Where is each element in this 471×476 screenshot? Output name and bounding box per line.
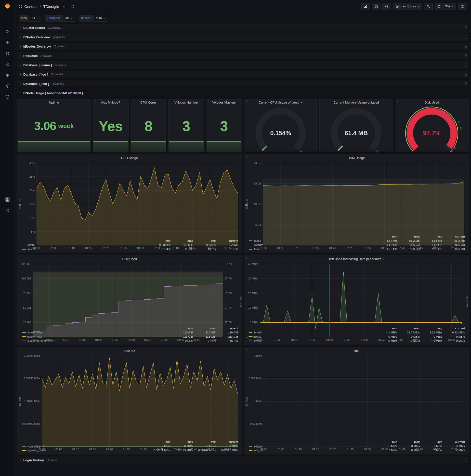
row-dnode-usage[interactable]: › DNode Usage [ huolinhe-TM1701:6030 ]	[17, 89, 469, 97]
share-icon[interactable]	[69, 3, 76, 10]
help-icon[interactable]: ?	[3, 206, 12, 215]
cpu-usage-gauge[interactable]: 01000.154%	[244, 105, 317, 152]
panel-title[interactable]: VNodes Masters	[206, 99, 242, 105]
search-icon[interactable]	[3, 28, 12, 36]
svg-text:01:15: 01:15	[312, 247, 319, 250]
svg-text:01:55: 01:55	[451, 448, 457, 451]
row-database-test[interactable]: › Database: [ test ] (5 panels)	[17, 80, 469, 87]
info-icon[interactable]: i	[18, 154, 22, 158]
info-icon[interactable]: i	[244, 347, 249, 351]
drag-handle-icon[interactable]	[465, 458, 467, 462]
refresh-interval-dropdown[interactable]: 30s	[443, 3, 456, 10]
refresh-button[interactable]	[435, 3, 443, 10]
info-icon[interactable]: i	[18, 99, 22, 103]
variable-database[interactable]: Database All	[45, 15, 75, 22]
cpu-usage-chart[interactable]: 0%5%10%15%20%25%30%01:0001:0501:1001:150…	[17, 160, 242, 238]
save-dashboard-button[interactable]	[372, 3, 381, 10]
info-icon[interactable]: i	[18, 256, 22, 260]
create-plus-icon[interactable]	[3, 38, 12, 47]
row-requests[interactable]: › Requests (4 panels)	[17, 52, 469, 59]
time-range-picker[interactable]: Last 1 hour	[393, 3, 422, 10]
variable-fqdn[interactable]: fqdn All	[19, 15, 41, 22]
svg-text:97.7%: 97.7%	[225, 321, 232, 324]
drag-handle-icon[interactable]	[465, 26, 467, 30]
info-icon[interactable]: i	[395, 99, 400, 103]
panel-title[interactable]: Current CPU Usage of taosd	[244, 99, 317, 105]
cpu-ram-row: i CPU Usage 0%5%10%15%20%25%30%01:0001:0…	[17, 154, 469, 253]
panel-title[interactable]: RAM Usage	[244, 154, 468, 160]
drag-handle-icon[interactable]	[465, 82, 467, 86]
drag-handle-icon[interactable]	[465, 72, 467, 76]
info-icon[interactable]: i	[244, 256, 249, 260]
panel-current-cpu-gauge: i Current CPU Usage of taosd 01000.154%	[244, 99, 318, 152]
svg-text:01:30: 01:30	[128, 338, 135, 341]
disk-used-gauge[interactable]: 075809510097.7%	[395, 105, 468, 152]
panel-title[interactable]: CPU Usage	[17, 154, 242, 160]
panel-title[interactable]: Disk Used Increasing Rate per Minute	[244, 255, 468, 262]
info-icon[interactable]: i	[320, 99, 324, 103]
caret-down-icon	[71, 18, 73, 19]
ram-usage-chart[interactable]: 0 MB5 GB10 GB15 GB20 GB01:0001:0501:1001…	[244, 160, 468, 234]
user-avatar[interactable]	[3, 195, 12, 204]
svg-text:75 GiB: 75 GiB	[23, 292, 31, 295]
info-icon[interactable]: i	[244, 99, 249, 103]
panel-title[interactable]: Current Memory Usage of taosd	[320, 99, 393, 105]
disk-rate-chart[interactable]: -10 MB/s0 MB/s10 MB/s20 MB/s30 MB/s40 MB…	[244, 262, 468, 326]
dashboards-icon[interactable]	[3, 49, 12, 58]
svg-text:0 MB: 0 MB	[255, 244, 262, 247]
info-icon[interactable]: i	[131, 99, 135, 103]
panel-title[interactable]: Disk Used	[395, 99, 468, 105]
memory-usage-gauge[interactable]: 01638461.4 MB	[320, 105, 393, 152]
server-admin-shield-icon[interactable]	[3, 92, 12, 101]
info-icon[interactable]: i	[18, 347, 22, 351]
configuration-gear-icon[interactable]	[3, 82, 12, 90]
svg-text:20%: 20%	[30, 189, 35, 192]
grafana-logo-icon[interactable]	[3, 2, 12, 11]
svg-text:01:40: 01:40	[396, 338, 403, 341]
svg-text:01:30: 01:30	[137, 247, 144, 250]
panel-title[interactable]: Disk Used	[17, 255, 242, 262]
svg-text:20 MB/s: 20 MB/s	[248, 292, 258, 295]
drag-handle-icon[interactable]	[465, 44, 467, 48]
stat-value: 3.06 week	[17, 105, 90, 152]
drag-handle-icon[interactable]	[465, 35, 467, 39]
dashboards-grid-icon[interactable]	[19, 5, 22, 8]
info-icon[interactable]: i	[169, 99, 173, 103]
drag-handle-icon[interactable]	[465, 54, 467, 58]
chevron-down-icon: ›	[18, 91, 22, 94]
star-icon[interactable]: ☆	[61, 3, 67, 10]
panel-cpu-cores: i CPU Cores 8	[131, 99, 166, 152]
breadcrumb-title[interactable]: TDinsight	[43, 4, 59, 9]
panel-title[interactable]: Has MNode?	[93, 99, 128, 105]
info-icon[interactable]: i	[244, 154, 249, 158]
disk-io-chart[interactable]: 0 MB/s0.000500 MB/s0.00100 MB/s0.00150 M…	[17, 353, 242, 440]
panel-title[interactable]: VNodes Number	[168, 99, 204, 105]
svg-text:10%: 10%	[30, 216, 35, 219]
row-mnodes-overview[interactable]: › MNodes Overview (2 panels)	[17, 43, 469, 50]
panel-title[interactable]: Net	[244, 347, 468, 353]
zoom-out-button[interactable]	[424, 3, 433, 10]
alerting-bell-icon[interactable]	[3, 71, 12, 80]
info-icon[interactable]: i	[206, 99, 211, 103]
row-cluster-status[interactable]: › Cluster Status (21 panels)	[17, 24, 469, 31]
svg-text:01:45: 01:45	[416, 247, 423, 250]
chevron-right-icon: ›	[19, 35, 22, 39]
explore-compass-icon[interactable]	[3, 60, 12, 69]
panel-title[interactable]: CPU Cores	[131, 99, 166, 105]
net-chart[interactable]: -1 Mb/s-0.50 Mb/s0 Mb/s0.500 Mb/s1 Mb/s0…	[244, 353, 468, 440]
cycle-view-button[interactable]	[458, 3, 467, 10]
drag-handle-icon[interactable]	[465, 63, 467, 67]
add-panel-button[interactable]	[361, 3, 370, 10]
row-database-demo[interactable]: › Database: [ demo ] (5 panels)	[17, 61, 469, 69]
row-database-log[interactable]: › Database: [ log ] (5 panels)	[17, 71, 469, 78]
variable-interval[interactable]: Interval auto	[79, 15, 108, 22]
dashboard-settings-button[interactable]	[383, 3, 391, 10]
info-icon[interactable]: i	[93, 99, 97, 103]
disk-used-chart[interactable]: 0 GiB97.6%25 GiB97.7%50 GiB97.7%75 GiB97…	[17, 262, 242, 326]
svg-text:01:10: 01:10	[63, 338, 69, 341]
row-login-history[interactable]: › Login History (1 panel)	[17, 456, 469, 464]
breadcrumb-folder[interactable]: General	[24, 4, 37, 9]
row-dnodes-overview[interactable]: › DNodes Overview (4 panels)	[17, 33, 469, 41]
panel-title[interactable]: Disk IO	[17, 347, 242, 353]
panel-title[interactable]: Uptime	[17, 99, 90, 105]
